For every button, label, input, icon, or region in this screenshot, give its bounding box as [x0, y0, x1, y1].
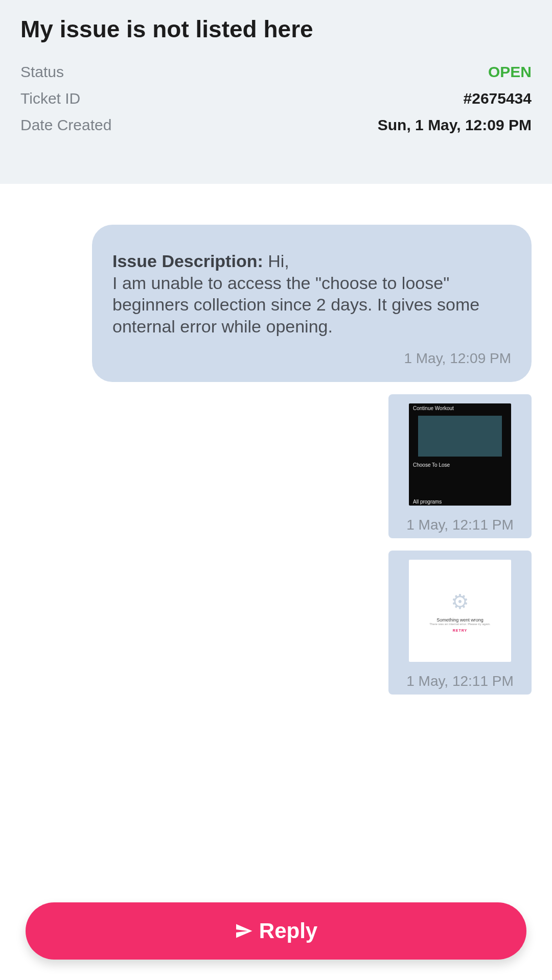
attachment-thumbnail: Continue Workout Choose To Lose All prog…	[409, 403, 511, 506]
error-subtitle: There was an internal error. Please try …	[429, 623, 491, 626]
status-label: Status	[20, 63, 64, 81]
attachment-thumbnail: ⚙︎ Something went wrong There was an int…	[409, 560, 511, 662]
date-created-value: Sun, 1 May, 12:09 PM	[378, 116, 532, 134]
date-created-label: Date Created	[20, 116, 111, 134]
status-badge: OPEN	[488, 63, 532, 81]
ticket-id-label: Ticket ID	[20, 90, 80, 107]
thumb-text-top: Continue Workout	[413, 405, 454, 411]
status-row: Status OPEN	[20, 63, 532, 81]
reply-button-label: Reply	[259, 919, 317, 943]
attachment-card[interactable]: ⚙︎ Something went wrong There was an int…	[388, 551, 532, 695]
ticket-id-value: #2675434	[464, 90, 532, 107]
thumb-text-mid: Choose To Lose	[413, 462, 450, 468]
reply-button[interactable]: Reply	[26, 902, 526, 960]
error-retry: RETRY	[453, 629, 467, 632]
error-title: Something went wrong	[436, 617, 484, 623]
thumb-text-bottom: All programs	[413, 499, 442, 505]
message-bubble: Issue Description: Hi,I am unable to acc…	[92, 225, 532, 382]
attachment-card[interactable]: Continue Workout Choose To Lose All prog…	[388, 394, 532, 538]
message-timestamp: 1 May, 12:09 PM	[112, 350, 511, 367]
attachment-timestamp: 1 May, 12:11 PM	[406, 673, 514, 689]
date-created-row: Date Created Sun, 1 May, 12:09 PM	[20, 116, 532, 134]
attachment-timestamp: 1 May, 12:11 PM	[406, 517, 514, 533]
error-illustration-icon: ⚙︎	[451, 590, 469, 613]
footer: Reply	[0, 902, 552, 980]
message-prefix: Issue Description:	[112, 251, 268, 271]
ticket-header: My issue is not listed here Status OPEN …	[0, 0, 552, 184]
page-title: My issue is not listed here	[20, 15, 532, 43]
send-icon	[235, 922, 253, 940]
message-body: Issue Description: Hi,I am unable to acc…	[112, 250, 511, 337]
ticket-id-row: Ticket ID #2675434	[20, 90, 532, 107]
message-thread: Issue Description: Hi,I am unable to acc…	[0, 184, 552, 902]
